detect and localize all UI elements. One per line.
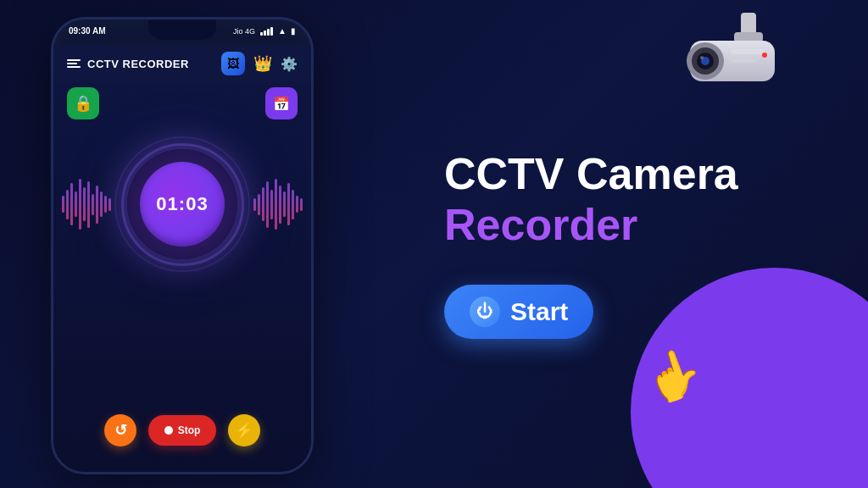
status-bar: 09:30 AM Jio 4G ▲ ▮ bbox=[53, 26, 311, 36]
signal-icon bbox=[260, 27, 273, 36]
phone-body: 🔒 📅 bbox=[53, 79, 311, 472]
schedule-button[interactable]: 📅 bbox=[265, 87, 298, 119]
battery-icon: ▮ bbox=[291, 26, 296, 36]
wifi-icon: ▲ bbox=[278, 26, 287, 36]
status-time: 09:30 AM bbox=[69, 26, 106, 36]
crown-icon[interactable]: 👑 bbox=[253, 54, 272, 73]
brand-title: CCTV Camera Recorder bbox=[444, 149, 738, 251]
flash-icon: ⚡ bbox=[235, 421, 253, 440]
header-icons: 🖼 👑 ⚙️ bbox=[221, 52, 298, 75]
timer-display: 01:03 bbox=[156, 193, 208, 215]
lock-icon: 🔒 bbox=[74, 94, 92, 113]
settings-icon[interactable]: ⚙️ bbox=[281, 56, 298, 72]
top-actions: 🔒 📅 bbox=[53, 79, 311, 128]
flash-button[interactable]: ⚡ bbox=[228, 414, 260, 446]
gallery-icon: 🖼 bbox=[227, 57, 239, 70]
timer-circle: 01:03 bbox=[127, 149, 237, 259]
app-header: CCTV RECORDER 🖼 👑 ⚙️ bbox=[53, 45, 311, 82]
hamburger-menu[interactable] bbox=[67, 59, 81, 68]
waveform-area: 01:03 bbox=[53, 136, 311, 272]
start-button[interactable]: ⏻ Start bbox=[444, 285, 593, 339]
power-icon: ⏻ bbox=[470, 297, 500, 327]
start-label: Start bbox=[510, 297, 568, 326]
svg-point-10 bbox=[762, 53, 767, 58]
stop-label: Stop bbox=[178, 424, 201, 436]
schedule-icon: 📅 bbox=[273, 96, 290, 112]
brand-line1: CCTV Camera bbox=[444, 149, 738, 200]
header-left: CCTV RECORDER bbox=[67, 58, 189, 70]
phone-mockup: 09:30 AM Jio 4G ▲ ▮ bbox=[51, 17, 314, 474]
power-symbol: ⏻ bbox=[476, 302, 493, 321]
svg-rect-8 bbox=[731, 49, 765, 54]
refresh-button[interactable]: ↺ bbox=[104, 414, 136, 446]
timer-inner: 01:03 bbox=[140, 162, 225, 247]
stop-button[interactable]: Stop bbox=[148, 415, 216, 446]
phone-screen: 09:30 AM Jio 4G ▲ ▮ bbox=[51, 17, 314, 474]
lock-button[interactable]: 🔒 bbox=[67, 87, 99, 119]
brand-line2: Recorder bbox=[444, 200, 738, 251]
carrier-text: Jio 4G bbox=[233, 27, 255, 36]
gallery-button[interactable]: 🖼 bbox=[221, 52, 245, 75]
waveform-left bbox=[62, 170, 111, 238]
record-indicator bbox=[164, 426, 173, 435]
svg-rect-9 bbox=[731, 59, 756, 63]
app-title: CCTV RECORDER bbox=[87, 58, 189, 70]
bottom-controls: ↺ Stop ⚡ bbox=[104, 414, 260, 446]
cctv-camera-image bbox=[665, 8, 800, 114]
refresh-icon: ↺ bbox=[114, 421, 127, 440]
status-icons: Jio 4G ▲ ▮ bbox=[233, 26, 296, 36]
waveform-right bbox=[253, 170, 303, 238]
svg-point-7 bbox=[700, 56, 704, 59]
